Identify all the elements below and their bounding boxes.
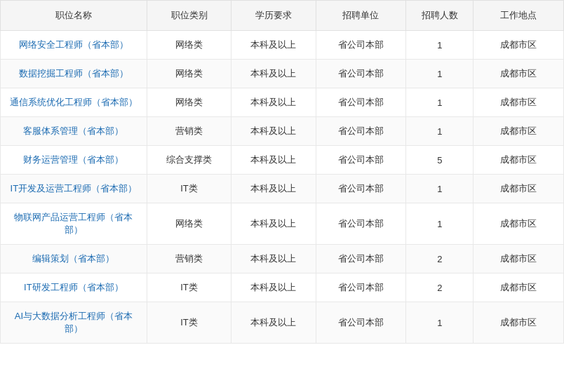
table-row: 数据挖掘工程师（省本部）网络类本科及以上省公司本部1成都市区 — [1, 60, 564, 88]
cell-location: 成都市区 — [474, 273, 564, 302]
cell-name[interactable]: 物联网产品运营工程师（省本部） — [1, 203, 147, 245]
header-type: 职位类别 — [147, 1, 231, 31]
cell-edu: 本科及以上 — [231, 60, 316, 88]
cell-name[interactable]: 通信系统优化工程师（省本部） — [1, 88, 147, 117]
cell-type: 网络类 — [147, 203, 231, 245]
cell-location: 成都市区 — [474, 117, 564, 146]
cell-location: 成都市区 — [474, 88, 564, 117]
cell-count: 1 — [406, 175, 474, 203]
cell-unit: 省公司本部 — [316, 88, 405, 117]
cell-unit: 省公司本部 — [316, 175, 405, 203]
header-unit: 招聘单位 — [316, 1, 405, 31]
cell-edu: 本科及以上 — [231, 302, 316, 344]
table-row: 客服体系管理（省本部）营销类本科及以上省公司本部1成都市区 — [1, 117, 564, 146]
cell-name[interactable]: 财务运营管理（省本部） — [1, 146, 147, 175]
cell-location: 成都市区 — [474, 175, 564, 203]
header-edu: 学历要求 — [231, 1, 316, 31]
cell-type: 网络类 — [147, 60, 231, 88]
cell-name[interactable]: IT研发工程师（省本部） — [1, 273, 147, 302]
cell-unit: 省公司本部 — [316, 60, 405, 88]
cell-type: 营销类 — [147, 117, 231, 146]
cell-count: 1 — [406, 88, 474, 117]
cell-type: 营销类 — [147, 245, 231, 273]
cell-unit: 省公司本部 — [316, 302, 405, 344]
cell-count: 1 — [406, 31, 474, 60]
table-row: IT研发工程师（省本部）IT类本科及以上省公司本部2成都市区 — [1, 273, 564, 302]
cell-unit: 省公司本部 — [316, 117, 405, 146]
cell-edu: 本科及以上 — [231, 203, 316, 245]
cell-count: 1 — [406, 117, 474, 146]
cell-count: 1 — [406, 203, 474, 245]
table-row: 物联网产品运营工程师（省本部）网络类本科及以上省公司本部1成都市区 — [1, 203, 564, 245]
table-row: IT开发及运营工程师（省本部）IT类本科及以上省公司本部1成都市区 — [1, 175, 564, 203]
table-row: 编辑策划（省本部）营销类本科及以上省公司本部2成都市区 — [1, 245, 564, 273]
cell-unit: 省公司本部 — [316, 146, 405, 175]
header-location: 工作地点 — [474, 1, 564, 31]
cell-name[interactable]: 编辑策划（省本部） — [1, 245, 147, 273]
cell-location: 成都市区 — [474, 31, 564, 60]
table-row: AI与大数据分析工程师（省本部）IT类本科及以上省公司本部1成都市区 — [1, 302, 564, 344]
cell-count: 2 — [406, 273, 474, 302]
cell-edu: 本科及以上 — [231, 146, 316, 175]
cell-location: 成都市区 — [474, 146, 564, 175]
cell-name[interactable]: IT开发及运营工程师（省本部） — [1, 175, 147, 203]
cell-unit: 省公司本部 — [316, 245, 405, 273]
cell-edu: 本科及以上 — [231, 88, 316, 117]
cell-count: 5 — [406, 146, 474, 175]
cell-type: 综合支撑类 — [147, 146, 231, 175]
cell-unit: 省公司本部 — [316, 203, 405, 245]
cell-location: 成都市区 — [474, 245, 564, 273]
cell-location: 成都市区 — [474, 302, 564, 344]
cell-type: IT类 — [147, 302, 231, 344]
cell-location: 成都市区 — [474, 60, 564, 88]
cell-location: 成都市区 — [474, 203, 564, 245]
cell-type: IT类 — [147, 273, 231, 302]
cell-type: 网络类 — [147, 31, 231, 60]
cell-edu: 本科及以上 — [231, 245, 316, 273]
header-name: 职位名称 — [1, 1, 147, 31]
header-count: 招聘人数 — [406, 1, 474, 31]
cell-edu: 本科及以上 — [231, 273, 316, 302]
jobs-table: 职位名称 职位类别 学历要求 招聘单位 招聘人数 工作地点 网络安全工程师（省本… — [0, 0, 564, 344]
cell-name[interactable]: 数据挖掘工程师（省本部） — [1, 60, 147, 88]
cell-name[interactable]: 客服体系管理（省本部） — [1, 117, 147, 146]
cell-count: 1 — [406, 60, 474, 88]
cell-edu: 本科及以上 — [231, 117, 316, 146]
cell-edu: 本科及以上 — [231, 31, 316, 60]
cell-edu: 本科及以上 — [231, 175, 316, 203]
cell-type: IT类 — [147, 175, 231, 203]
table-row: 通信系统优化工程师（省本部）网络类本科及以上省公司本部1成都市区 — [1, 88, 564, 117]
cell-count: 1 — [406, 302, 474, 344]
cell-type: 网络类 — [147, 88, 231, 117]
cell-name[interactable]: AI与大数据分析工程师（省本部） — [1, 302, 147, 344]
jobs-table-container: 职位名称 职位类别 学历要求 招聘单位 招聘人数 工作地点 网络安全工程师（省本… — [0, 0, 564, 344]
cell-count: 2 — [406, 245, 474, 273]
table-row: 网络安全工程师（省本部）网络类本科及以上省公司本部1成都市区 — [1, 31, 564, 60]
cell-unit: 省公司本部 — [316, 31, 405, 60]
cell-unit: 省公司本部 — [316, 273, 405, 302]
table-row: 财务运营管理（省本部）综合支撑类本科及以上省公司本部5成都市区 — [1, 146, 564, 175]
table-header-row: 职位名称 职位类别 学历要求 招聘单位 招聘人数 工作地点 — [1, 1, 564, 31]
cell-name[interactable]: 网络安全工程师（省本部） — [1, 31, 147, 60]
